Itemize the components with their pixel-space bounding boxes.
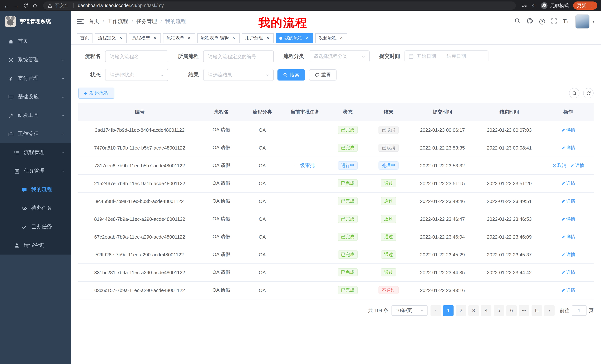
sidebar-item-my-process[interactable]: 我的流程 [0,180,71,199]
action-label: 详情 [566,287,575,293]
current-task-link[interactable]: 一级审批 [295,162,315,169]
sidebar-item-task-management[interactable]: 任务管理 [0,162,71,180]
search-icon[interactable] [514,18,520,25]
detail-action-link[interactable]: 详情 [561,180,575,186]
sidebar-item-leave-query[interactable]: 请假查询 [0,236,71,255]
reload-icon[interactable] [23,3,28,8]
back-icon[interactable]: ← [4,2,9,9]
cell-category: OA [242,192,283,210]
user-avatar-menu[interactable]: ▼ [575,14,595,29]
sidebar-item-label: 我的流程 [31,186,65,193]
pager-page-button[interactable]: 6 [506,305,517,316]
tab-close-icon[interactable]: × [231,35,236,41]
pager-page-button[interactable]: 4 [481,305,491,316]
tab-close-icon[interactable]: × [339,35,344,41]
reset-button[interactable]: 重置 [309,69,337,80]
question-icon[interactable]: ? [539,19,545,24]
process-name-input[interactable] [105,50,168,62]
result-select[interactable]: 请选流结果 [203,69,274,81]
avatar[interactable] [575,14,590,29]
detail-action-link[interactable]: 详情 [561,127,575,133]
jump-page-input[interactable] [572,305,587,316]
sidebar-item-workflow[interactable]: 工作流程 [0,125,71,143]
detail-action-link[interactable]: 详情 [561,269,575,276]
update-button[interactable]: 更新 ⋮ [573,1,597,10]
pager-page-button[interactable]: 3 [468,305,479,316]
app-logo[interactable]: 芋道管理系统 [0,11,71,32]
cell-actions: 详情 [543,121,594,139]
font-size-icon[interactable]: TT [563,19,569,25]
breadcrumb-item[interactable]: 工作流程 [107,18,128,25]
tab-item[interactable]: 我的流程× [276,33,313,43]
cell-end-time: 2022-01-22 23:45:37 [476,246,543,263]
detail-action-link[interactable]: 详情 [561,234,575,240]
tab-item[interactable]: 流程表单× [163,33,195,43]
page-size-select[interactable]: 10条/页 [391,305,428,316]
cell-status: 已完成 [327,228,368,246]
chat-icon [21,187,28,192]
category-select[interactable]: 请选择流程分类 [309,50,370,62]
tab-close-icon[interactable]: × [305,35,310,41]
breadcrumb-item[interactable]: 首页 [89,18,99,25]
sidebar-item-done-task[interactable]: 已办任务 [0,217,71,236]
tab-close-icon[interactable]: × [186,35,192,41]
pager-page-button[interactable]: 11 [531,305,542,316]
tab-close-icon[interactable]: × [265,35,270,41]
more-menu-icon[interactable]: ⋮ [589,3,594,8]
cell-current-task [283,228,327,246]
cell-submit-time: 2022-01-22 23:49:46 [409,192,476,210]
detail-action-link[interactable]: 详情 [561,144,575,151]
refresh-icon[interactable] [583,88,594,98]
address-bar[interactable]: 不安全 dashboard.yudao.iocoder.cn/bpm/task/… [43,1,516,10]
sidebar-item-infrastructure[interactable]: 基础设施 [0,87,71,106]
status-select[interactable]: 请选择状态 [105,69,168,81]
sidebar-item-payment[interactable]: ¥ 支付管理 [0,69,71,87]
sidebar-item-system[interactable]: 系统管理 [0,50,71,69]
home-icon[interactable] [32,3,38,8]
end-date-placeholder[interactable]: 结束日期 [447,53,466,60]
pager-page-button[interactable]: 2 [456,305,466,316]
forward-icon[interactable]: → [13,2,19,9]
tab-item[interactable]: 发起流程× [315,33,347,43]
tab-item[interactable]: 流程定义× [95,33,127,43]
cell-id: 819442e8-7b9a-11ec-a290-acde48001122 [78,210,201,228]
cancel-action-link[interactable]: 取消 [552,162,566,169]
column-header-submit-time: 提交时间 [409,103,476,121]
detail-action-link[interactable]: 详情 [570,162,584,169]
toggle-search-icon[interactable] [569,88,580,98]
action-label: 取消 [557,162,566,169]
tab-item[interactable]: 首页 [77,33,92,43]
detail-action-link[interactable]: 详情 [561,251,575,258]
key-icon[interactable] [521,3,527,8]
url-host: dashboard.yudao.iocoder.cn [78,3,136,8]
tab-item[interactable]: 用户分组× [242,33,274,43]
tab-item[interactable]: 流程模型× [129,33,161,43]
tab-close-icon[interactable]: × [118,35,123,41]
sidebar-item-process-management[interactable]: 流程管理 [0,143,71,162]
fullscreen-icon[interactable] [551,18,557,25]
start-date-placeholder[interactable]: 开始日期 [417,53,436,60]
pager-page-button[interactable]: 5 [494,305,504,316]
search-button[interactable]: 搜索 [278,69,305,80]
detail-action-link[interactable]: 详情 [561,198,575,204]
pager-more-icon[interactable]: ••• [519,305,529,316]
create-process-button[interactable]: + 发起流程 [78,87,114,99]
cell-process-name: OA 请假 [201,139,242,157]
github-icon[interactable] [527,18,533,25]
sidebar-item-todo-task[interactable]: 待办任务 [0,199,71,217]
detail-action-link[interactable]: 详情 [561,216,575,222]
detail-action-link[interactable]: 详情 [561,287,575,293]
tab-item[interactable]: 流程表单-编辑× [197,33,240,43]
sidebar-item-label: 任务管理 [24,168,57,174]
sidebar-item-home[interactable]: 首页 [0,32,71,50]
hamburger-icon[interactable] [77,19,84,25]
tab-close-icon[interactable]: × [152,35,158,41]
process-definition-input[interactable] [203,50,274,62]
breadcrumb-item[interactable]: 任务管理 [136,18,157,25]
star-icon[interactable]: ☆ [531,2,536,9]
pager-next-button[interactable]: › [544,305,555,316]
cell-result: 通过 [368,210,409,228]
date-range-picker[interactable]: 开始日期 - 结束日期 [404,50,489,62]
sidebar-item-devtools[interactable]: 研发工具 [0,106,71,125]
pager-page-button[interactable]: 1 [443,305,453,316]
